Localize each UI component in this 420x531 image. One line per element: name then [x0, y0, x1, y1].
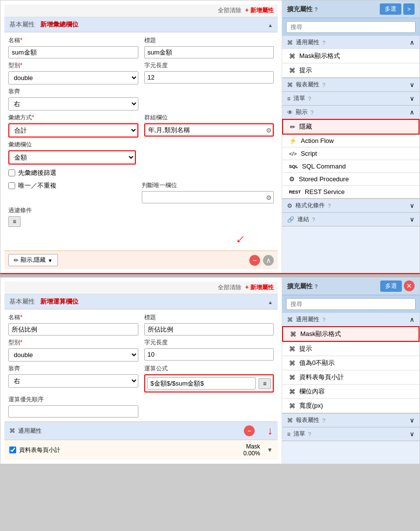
unique-checkbox-row: 唯一／不重複 [8, 181, 136, 190]
name-col: 名稱* [8, 36, 138, 58]
bottom-report-chevron[interactable] [410, 417, 415, 424]
top-format-section: ⚙ 格式化條件 ? [282, 199, 420, 213]
top-display-script[interactable]: </> Script [282, 147, 420, 160]
top-add-btn[interactable]: + 新增屬性 [245, 6, 274, 15]
b-calcorder-input[interactable] [8, 405, 138, 418]
top-display-header[interactable]: 👁 顯示 ? [282, 106, 420, 119]
bottom-close-btn[interactable]: ✕ [404, 280, 415, 291]
align-label: 靠齊 [8, 87, 138, 96]
group-col-settings-icon[interactable] [266, 126, 272, 134]
bottom-multi-select-btn[interactable]: 多選 [380, 280, 402, 292]
top-general-chevron[interactable] [410, 39, 415, 46]
top-format-chevron[interactable] [410, 202, 415, 209]
bottom-bar-right: − ∧ [249, 255, 274, 266]
top-general-header[interactable]: ⌘ 通用屬性 ? [282, 36, 420, 49]
top-clear-btn[interactable]: 全部清除 [218, 6, 241, 15]
top-format-header[interactable]: ⚙ 格式化條件 ? [282, 199, 420, 212]
bottom-attr-content[interactable]: ⌘ 欄位內容 [282, 385, 420, 399]
bottom-right-title: 擴充屬性 ? [287, 282, 318, 291]
bottom-search-input[interactable] [286, 298, 416, 310]
top-attr-mask[interactable]: ⌘ Mask顯示格式 [282, 49, 420, 63]
b-name-input[interactable] [8, 323, 138, 335]
b-title-input[interactable] [144, 323, 274, 335]
top-display-stored[interactable]: ⚙ Stored Procedure [282, 173, 420, 186]
judge-input[interactable] [142, 191, 274, 203]
group-col-field [144, 123, 274, 137]
bottom-list-header[interactable]: ≡ 清單 ? [282, 427, 420, 441]
bottom-report-header[interactable]: ⌘ 報表屬性 ? [282, 414, 420, 427]
charlen-input[interactable] [144, 71, 274, 84]
minus-btn[interactable]: − [249, 255, 260, 266]
top-form: 名稱* 標題 型別* [4, 32, 278, 251]
b-charlen-input[interactable] [144, 348, 274, 361]
bottom-add-btn[interactable]: + 新增屬性 [245, 283, 274, 292]
pre-filter-checkbox[interactable] [8, 169, 15, 176]
group-col-input[interactable] [144, 123, 274, 137]
top-display-actionflow[interactable]: ⚡ Action Flow [282, 135, 420, 147]
top-multi-select-btn[interactable]: 多選 [380, 3, 401, 15]
align-row: 靠齊 右 [8, 87, 274, 111]
top-right-actions: 多選 > [380, 3, 415, 15]
bottom-right-header: 擴充屬性 ? 多選 ✕ [282, 278, 420, 295]
title-input[interactable] [144, 46, 274, 58]
top-expand-btn[interactable]: > [403, 3, 415, 15]
top-display-rest[interactable]: REST REST Service [282, 186, 420, 198]
bottom-chevron-down[interactable]: ▼ [267, 447, 273, 453]
bottom-attr-hint[interactable]: ⌘ 提示 [282, 342, 420, 356]
type-select[interactable]: double [8, 71, 138, 84]
bottom-attr-width[interactable]: ⌘ 寬度(px) [282, 399, 420, 413]
top-list-chevron[interactable] [410, 95, 415, 102]
top-display-sql[interactable]: SQL SQL Command [282, 160, 420, 173]
up-btn[interactable]: ∧ [263, 255, 274, 266]
bottom-clear-btn[interactable]: 全部清除 [218, 283, 241, 292]
b-type-col: 型別* double [8, 338, 138, 362]
top-display-chevron[interactable] [410, 109, 415, 116]
bottom-list-chevron[interactable] [410, 430, 415, 438]
agg-col-select[interactable]: 金額 [8, 150, 136, 165]
b-align-select[interactable]: 右 [8, 374, 138, 388]
top-search-input[interactable] [286, 21, 416, 33]
bottom-attr-subtotal[interactable]: ⌘ 資料表每頁小計 [282, 370, 420, 385]
display-actionflow-icon: ⚡ [289, 137, 297, 144]
top-link-chevron[interactable] [410, 216, 415, 223]
bottom-section-chevron[interactable] [268, 298, 273, 306]
bottom-checkbox[interactable] [9, 447, 16, 453]
show-hide-button[interactable]: 顯示,隱藏 [8, 254, 58, 266]
name-input[interactable] [8, 46, 138, 58]
judge-field [142, 191, 274, 203]
top-link-header[interactable]: 🔗 連結 ? [282, 213, 420, 226]
bottom-general-chevron[interactable] [410, 316, 415, 323]
attr-hint-icon: ⌘ [289, 67, 295, 74]
title-col: 標題 [144, 36, 274, 58]
top-report-chevron[interactable] [410, 81, 415, 88]
top-attr-hint[interactable]: ⌘ 提示 [282, 63, 420, 78]
top-section-chevron[interactable] [268, 21, 273, 28]
unique-checkbox[interactable] [8, 182, 15, 189]
top-report-header[interactable]: ⌘ 報表屬性 ? [282, 78, 420, 91]
b-red-arrow: ↓ [267, 424, 273, 437]
bottom-attr-mask[interactable]: ⌘ Mask顯示格式 [282, 326, 420, 342]
filter-icon-btn[interactable]: ≡ [8, 216, 21, 227]
unique-label: 唯一／不重複 [18, 181, 56, 190]
formula-input[interactable] [147, 377, 256, 390]
agg-method-select[interactable]: 合計 [8, 123, 138, 138]
bottom-search-bar [282, 295, 420, 313]
judge-settings-icon[interactable] [266, 194, 272, 201]
b-title-label: 標題 [144, 313, 274, 322]
bottom-attr-zero[interactable]: ⌘ 值為0不顯示 [282, 356, 420, 370]
formula-edit-btn[interactable]: ≡ [259, 378, 271, 389]
b-type-select[interactable]: double [8, 348, 138, 362]
b-align-label: 靠齊 [8, 364, 138, 373]
top-list-header[interactable]: ≡ 清單 ? [282, 92, 420, 105]
group-col-label: 群組欄位 [144, 113, 274, 122]
bottom-general-header[interactable]: ⌘ 通用屬性 ? [282, 313, 420, 326]
bottom-checkbox-label: 資料表每頁小計 [19, 446, 60, 454]
b-minus-btn[interactable]: − [244, 425, 255, 436]
pre-filter-label: 先彙總後篩選 [18, 168, 56, 177]
top-link-label: 🔗 連結 ? [287, 215, 315, 224]
top-display-hidden[interactable]: ✏ 隱藏 [282, 119, 420, 135]
b-title-col: 標題 [144, 313, 274, 335]
b-charlen-col: 字元長度 [144, 338, 274, 362]
mask-value: 0.00% [243, 450, 260, 457]
align-select[interactable]: 右 [8, 97, 138, 111]
